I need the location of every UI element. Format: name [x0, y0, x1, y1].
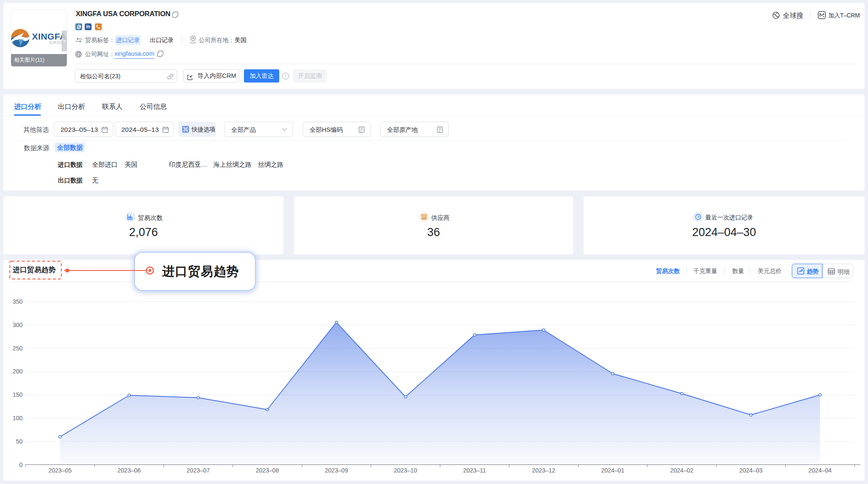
svg-text:2024–03: 2024–03 — [739, 467, 763, 474]
svg-text:100: 100 — [13, 415, 23, 421]
svg-text:50: 50 — [16, 438, 23, 445]
svg-text:300: 300 — [13, 322, 23, 328]
svg-text:350: 350 — [13, 298, 23, 305]
svg-text:2023–11: 2023–11 — [463, 467, 486, 474]
svg-text:250: 250 — [13, 345, 23, 352]
svg-text:2024–04: 2024–04 — [808, 467, 832, 474]
svg-text:2023–10: 2023–10 — [394, 467, 417, 474]
svg-text:2024–02: 2024–02 — [670, 467, 693, 474]
svg-text:2023–05: 2023–05 — [49, 467, 72, 474]
svg-text:2023–07: 2023–07 — [186, 467, 210, 474]
svg-text:0: 0 — [19, 461, 23, 468]
svg-text:2023–08: 2023–08 — [256, 467, 279, 474]
svg-text:2023–06: 2023–06 — [117, 467, 141, 474]
svg-text:150: 150 — [13, 391, 23, 398]
svg-text:2023–12: 2023–12 — [532, 467, 556, 474]
svg-text:2023–09: 2023–09 — [325, 467, 348, 474]
svg-text:200: 200 — [13, 368, 23, 375]
svg-text:2024–01: 2024–01 — [601, 467, 625, 474]
